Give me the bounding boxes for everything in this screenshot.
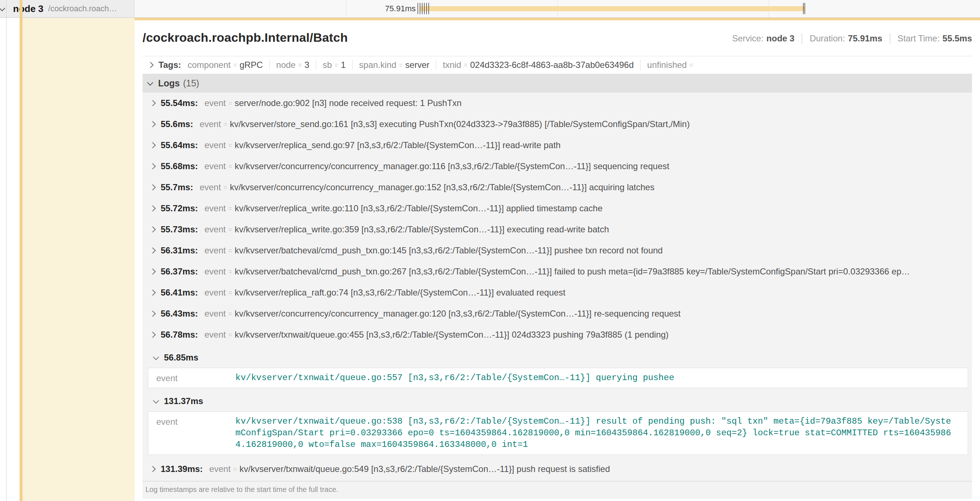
span-duration-label: 75.91ms [135,0,416,18]
equals-sign: = [228,163,232,170]
tag-key: component [188,60,231,70]
log-value: kv/kvserver/replica_write.go:359 [n3,s3,… [235,224,609,235]
log-row[interactable]: 56.41ms: event = kv/kvserver/replica_raf… [143,282,972,303]
log-expanded-header[interactable]: 131.37ms [143,392,972,411]
chevron-right-icon [150,206,156,212]
log-detail-table: event kv/kvserver/txnwait/queue.go:538 [… [148,411,968,455]
tags-label: Tags: [159,60,181,70]
log-value: kv/kvserver/txnwait/queue.go:538 [n3,s3,… [235,416,953,450]
log-key: event [205,309,226,319]
logs-accordion-header[interactable]: Logs (15) [143,74,972,93]
log-detail-table: event kv/kvserver/txnwait/queue.go:557 [… [148,368,968,388]
log-key: event [199,182,221,192]
log-value: kv/kvserver/batcheval/cmd_push_txn.go:14… [235,246,663,255]
log-row[interactable]: 55.54ms: event = server/node.go:902 [n3]… [143,93,972,113]
equals-sign: = [228,142,232,149]
log-value: server/node.go:902 [n3] node received re… [235,98,462,108]
service-label: Service: [732,34,764,43]
equals-sign: = [399,61,403,69]
tag-value: server [405,60,430,70]
log-key: event [209,464,231,474]
tag-divider [269,59,270,70]
chevron-right-icon [148,62,154,68]
log-timestamp: 56.78ms: [161,330,198,340]
span-color-stripe [19,0,22,501]
equals-sign: = [228,99,232,107]
chevron-right-icon [150,100,156,106]
chevron-down-icon[interactable] [0,5,5,11]
log-row[interactable]: 56.37ms: event = kv/kvserver/batcheval/c… [143,261,972,282]
log-row[interactable]: 56.31ms: event = kv/kvserver/batcheval/c… [143,240,972,261]
chevron-right-icon [150,142,156,148]
service-value: node 3 [766,34,794,43]
equals-sign: = [228,310,232,318]
log-value: kv/kvserver/store_send.go:161 [n3,s3] ex… [230,119,690,129]
equals-sign: = [228,247,232,254]
chevron-down-icon [153,354,159,360]
tag-divider [436,59,436,70]
span-timeline-area[interactable]: 75.91ms [135,0,980,18]
chevron-right-icon [150,163,156,169]
log-row[interactable]: 55.6ms: event = kv/kvserver/store_send.g… [143,113,972,135]
log-row[interactable]: 55.68ms: event = kv/kvserver/concurrency… [143,156,972,177]
log-timestamp: 55.6ms: [161,119,193,129]
log-tick-mark [422,3,423,14]
log-key: event [205,203,226,214]
log-key: event [205,98,226,108]
tag-divider [640,59,641,70]
log-row[interactable]: 55.64ms: event = kv/kvserver/replica_sen… [143,135,972,156]
chevron-right-icon [150,227,156,233]
equals-sign: = [228,331,232,339]
logs-section: Logs (15) 55.54ms: event = server/node.g… [143,74,972,499]
span-detail-panel: /cockroach.roachpb.Internal/Batch Servic… [135,18,980,501]
log-row[interactable]: 131.39ms: event = kv/kvserver/txnwait/qu… [143,458,972,480]
log-row[interactable]: 56.78ms: event = kv/kvserver/txnwait/que… [143,324,972,345]
start-time-label: Start Time: [898,34,940,43]
equals-sign: = [689,61,694,69]
log-expanded-header[interactable]: 56.85ms [143,348,972,367]
logs-footer-note: Log timestamps are relative to the start… [143,481,972,499]
chevron-right-icon [150,184,156,191]
duration-value: 75.91ms [848,34,883,43]
span-operation-name: /cockroach.roach… [48,4,117,13]
log-key: event [205,161,226,171]
log-tick-mark [428,3,429,14]
tags-accordion[interactable]: Tags: component=gRPC node=3 sb=1 span.ki… [143,56,972,74]
log-value: kv/kvserver/batcheval/cmd_push_txn.go:26… [235,266,910,277]
tag-value: gRPC [240,60,263,70]
chevron-down-icon [147,80,153,86]
log-value: kv/kvserver/txnwait/queue.go:549 [n3,s3,… [239,464,610,474]
tag-key: node [276,60,296,70]
meta-divider [890,34,891,43]
span-bar[interactable] [420,6,805,11]
equals-sign: = [233,61,237,69]
log-timestamp: 55.7ms: [161,182,193,192]
equals-sign: = [298,61,302,69]
log-timestamp: 131.37ms [164,396,203,406]
span-timeline-row[interactable]: node 3 /cockroach.roach… 75.91ms [0,0,980,18]
tag-divider [352,59,353,70]
chevron-down-icon [153,397,159,404]
start-time-value: 55.5ms [943,34,972,43]
log-tick-mark [426,3,427,14]
span-detail-header: /cockroach.roachpb.Internal/Batch Servic… [143,20,972,56]
log-timestamp: 55.72ms: [161,203,198,214]
log-timestamp: 56.31ms: [161,246,198,255]
log-key: event [205,140,226,150]
log-row[interactable]: 55.7ms: event = kv/kvserver/concurrency/… [143,177,972,198]
meta-divider [802,34,802,43]
selected-span-row-highlight [22,18,135,501]
log-tick-mark [803,3,804,14]
log-row[interactable]: 55.72ms: event = kv/kvserver/replica_wri… [143,198,972,219]
log-timestamp: 131.39ms: [161,464,203,474]
log-value: kv/kvserver/txnwait/queue.go:557 [n3,s3,… [235,372,674,384]
log-value: kv/kvserver/concurrency/concurrency_mana… [235,161,669,171]
log-key: event [148,372,235,384]
tag-key: sb [323,60,332,70]
log-value: kv/kvserver/concurrency/concurrency_mana… [235,309,681,319]
log-value: kv/kvserver/concurrency/concurrency_mana… [230,182,655,192]
log-key: event [205,330,226,340]
log-key: event [205,266,226,277]
log-row[interactable]: 55.73ms: event = kv/kvserver/replica_wri… [143,219,972,240]
log-row[interactable]: 56.43ms: event = kv/kvserver/concurrency… [143,303,972,324]
